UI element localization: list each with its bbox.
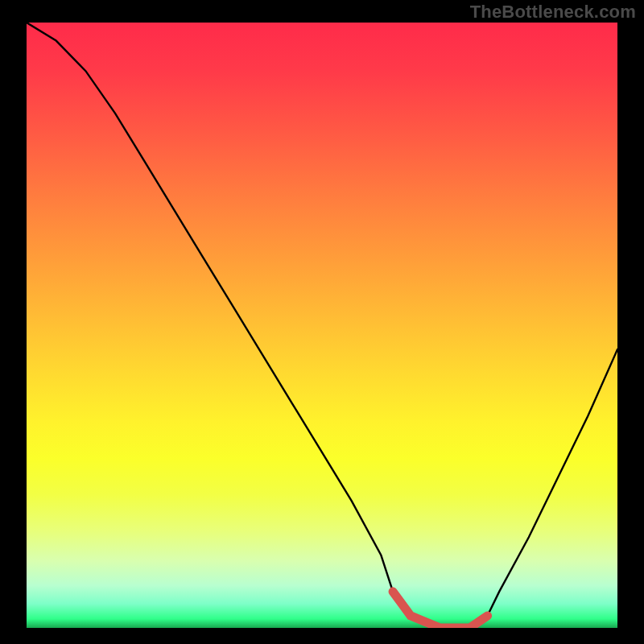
optimal-range-highlight [27, 23, 617, 628]
watermark: TheBottleneck.com [470, 2, 636, 23]
outer-frame: TheBottleneck.com [0, 0, 644, 644]
chart-plot-area [27, 23, 617, 628]
